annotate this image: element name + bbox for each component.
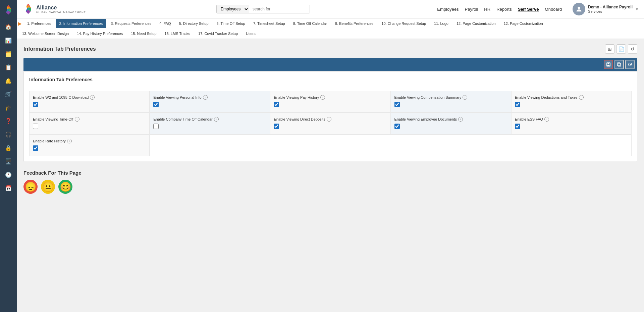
info-icon-5[interactable]: i bbox=[75, 117, 79, 122]
pref-label-7: Enable Viewing Direct Deposits i bbox=[274, 117, 387, 122]
tab-9-benefits[interactable]: 9. Benefits Preferences bbox=[331, 19, 377, 28]
svg-point-12 bbox=[578, 7, 580, 9]
tab-12a-pagecust[interactable]: 12. Page Customization bbox=[453, 19, 499, 28]
top-nav: Alliance HUMAN CAPITAL MANAGEMENT Employ… bbox=[17, 0, 644, 18]
sidebar-education[interactable]: 🎓 bbox=[0, 101, 17, 114]
save-button[interactable] bbox=[604, 60, 613, 69]
pref-cell-rate: Enable Rate History i bbox=[29, 134, 150, 156]
alliance-sub: HUMAN CAPITAL MANAGEMENT bbox=[36, 11, 86, 14]
user-dropdown-arrow[interactable]: ▼ bbox=[635, 7, 639, 11]
blue-banner bbox=[23, 58, 637, 71]
sidebar-charts[interactable]: 📊 bbox=[0, 34, 17, 47]
tab-15-need[interactable]: 15. Need Setup bbox=[127, 29, 160, 38]
history-button[interactable]: ↺ bbox=[628, 44, 637, 54]
nav-onboard[interactable]: Onboard bbox=[545, 7, 562, 12]
user-name: Demo - Alliance Payroll bbox=[588, 5, 633, 9]
tab-12b-pagecust[interactable]: 12. Page Customization bbox=[500, 19, 547, 28]
tab-2-information[interactable]: 2. Information Preferences bbox=[56, 19, 107, 28]
nav-selfserve[interactable]: Self Serve bbox=[518, 7, 539, 12]
svg-rect-15 bbox=[607, 65, 610, 66]
nav-payroll[interactable]: Payroll bbox=[465, 7, 478, 12]
sidebar-list[interactable]: 📋 bbox=[0, 60, 17, 74]
nav-reports[interactable]: Reports bbox=[496, 7, 512, 12]
sidebar-home[interactable]: 🏠 bbox=[0, 20, 17, 34]
info-icon-rate[interactable]: i bbox=[67, 139, 72, 143]
tab-users[interactable]: Users bbox=[242, 29, 259, 38]
info-icon-2[interactable]: i bbox=[320, 95, 325, 100]
prefs-grid-row2: Enable Viewing Time-Off i Enable Company… bbox=[29, 113, 632, 134]
info-icon-4[interactable]: i bbox=[579, 95, 584, 100]
pref-checkbox-3[interactable] bbox=[394, 102, 400, 107]
sidebar-cart[interactable]: 🛒 bbox=[0, 87, 17, 101]
tab-6-timeoff[interactable]: 6. Time Off Setup bbox=[213, 19, 249, 28]
sidebar-folder[interactable]: 🗂️ bbox=[0, 47, 17, 60]
pref-checkbox-2[interactable] bbox=[274, 102, 279, 107]
feedback-section: Feedback For This Page 😞 😐 😊 bbox=[23, 170, 637, 194]
sidebar-support[interactable]: 🎧 bbox=[0, 128, 17, 141]
tab-7-timesheet[interactable]: 7. Timesheet Setup bbox=[250, 19, 289, 28]
tab-10-change[interactable]: 10. Change Request Setup bbox=[378, 19, 430, 28]
pref-checkbox-rate[interactable] bbox=[33, 145, 38, 151]
tab-5-directory[interactable]: 5. Directory Setup bbox=[175, 19, 212, 28]
sidebar-clock[interactable]: 🕐 bbox=[0, 168, 17, 181]
info-icon-8[interactable]: i bbox=[458, 117, 463, 122]
copy-button[interactable] bbox=[614, 60, 624, 69]
nav-hr[interactable]: HR bbox=[484, 7, 490, 12]
pref-label-rate: Enable Rate History i bbox=[33, 139, 146, 143]
tab-4-faq[interactable]: 4. FAQ bbox=[156, 19, 174, 28]
prefs-section-title: Information Tab Preferences bbox=[29, 77, 632, 85]
sidebar-lock[interactable]: 🔒 bbox=[0, 141, 17, 154]
sidebar-monitor[interactable]: 🖥️ bbox=[0, 154, 17, 168]
tab-11-logo[interactable]: 11. Logo bbox=[430, 19, 452, 28]
sidebar-bell[interactable]: 🔔 bbox=[0, 74, 17, 87]
info-icon-9[interactable]: i bbox=[544, 117, 549, 122]
tab-8-calendar[interactable]: 8. Time Off Calendar bbox=[289, 19, 331, 28]
info-icon-1[interactable]: i bbox=[203, 95, 208, 100]
pref-cell-9: Enable ESS FAQ i bbox=[511, 113, 632, 134]
pref-label-3: Enable Viewing Compensation Summary i bbox=[394, 95, 507, 100]
pref-cell-7: Enable Viewing Direct Deposits i bbox=[270, 113, 390, 134]
prefs-grid-row3: Enable Rate History i bbox=[29, 134, 632, 156]
info-icon-6[interactable]: i bbox=[214, 117, 219, 122]
grid-view-button[interactable]: ⊞ bbox=[605, 44, 614, 54]
feedback-neutral-button[interactable]: 😐 bbox=[41, 180, 55, 194]
feedback-happy-button[interactable]: 😊 bbox=[58, 180, 72, 194]
refresh-button[interactable] bbox=[625, 60, 635, 69]
pref-checkbox-0[interactable] bbox=[33, 102, 38, 107]
pref-checkbox-7[interactable] bbox=[274, 124, 279, 129]
pref-checkbox-4[interactable] bbox=[515, 102, 520, 107]
pref-label-1: Enable Viewing Personal Info i bbox=[153, 95, 266, 100]
alliance-text: Alliance HUMAN CAPITAL MANAGEMENT bbox=[36, 5, 86, 14]
nav-links: Employees Payroll HR Reports Self Serve … bbox=[437, 7, 562, 12]
info-icon-3[interactable]: i bbox=[463, 95, 467, 100]
pref-checkbox-8[interactable] bbox=[394, 124, 400, 129]
pref-checkbox-1[interactable] bbox=[153, 102, 159, 107]
main-area: Alliance HUMAN CAPITAL MANAGEMENT Employ… bbox=[17, 0, 644, 312]
tab-1-preferences[interactable]: 1. Preferences bbox=[23, 19, 55, 28]
user-avatar bbox=[573, 3, 585, 15]
document-button[interactable]: 📄 bbox=[616, 44, 626, 54]
sidebar-help[interactable]: ❓ bbox=[0, 114, 17, 128]
pref-checkbox-9[interactable] bbox=[515, 124, 520, 129]
pref-checkbox-6[interactable] bbox=[153, 124, 159, 129]
feedback-sad-button[interactable]: 😞 bbox=[23, 180, 38, 194]
tab-16-lms[interactable]: 16. LMS Tracks bbox=[161, 29, 194, 38]
tab-17-covid[interactable]: 17. Covid Tracker Setup bbox=[195, 29, 241, 38]
alliance-name: Alliance bbox=[36, 5, 86, 11]
pref-checkbox-5[interactable] bbox=[33, 124, 38, 129]
pref-label-8: Enable Viewing Employee Documents i bbox=[394, 117, 507, 122]
tab-14-payhistory[interactable]: 14. Pay History Preferences bbox=[73, 29, 126, 38]
tab-arrow-left[interactable]: ▶ bbox=[18, 21, 22, 26]
sidebar-calendar[interactable]: 📅 bbox=[0, 181, 17, 195]
tab-13-welcome[interactable]: 13. Welcome Screen Design bbox=[18, 29, 72, 38]
employees-dropdown[interactable]: Employees bbox=[217, 5, 249, 13]
tab-3-requests[interactable]: 3. Requests Preferences bbox=[107, 19, 155, 28]
pref-label-5: Enable Viewing Time-Off i bbox=[33, 117, 146, 122]
info-icon-0[interactable]: i bbox=[90, 95, 95, 100]
search-input[interactable] bbox=[249, 5, 310, 13]
info-icon-7[interactable]: i bbox=[327, 117, 331, 122]
nav-employees[interactable]: Employees bbox=[437, 7, 459, 12]
pref-label-6: Enable Company Time Off Calendar i bbox=[153, 117, 266, 122]
feedback-emojis: 😞 😐 😊 bbox=[23, 180, 637, 194]
pref-label-9: Enable ESS FAQ i bbox=[515, 117, 628, 122]
